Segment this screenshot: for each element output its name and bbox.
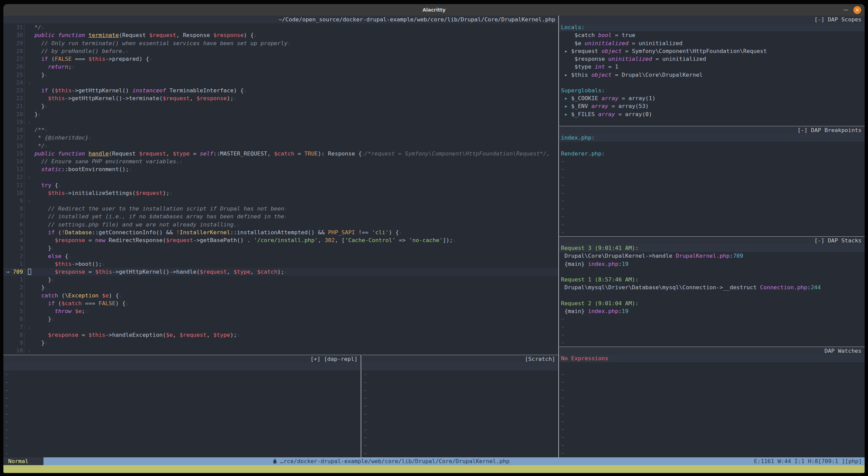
code-line[interactable]: 5 throw $e;↴ — [3, 307, 558, 315]
buffer-line[interactable]: ▸ $_ENV array = array(53) — [559, 102, 865, 110]
code-line[interactable]: 30 public function terminate(Request $re… — [3, 31, 558, 39]
buffer-line[interactable]: {main} index.php:19 — [559, 260, 865, 268]
code-line[interactable]: 9 }↴ — [3, 339, 558, 347]
eol-marker: ↴ — [44, 128, 47, 133]
buffer-line[interactable]: ▸ $_COOKIE array = array(1) — [559, 94, 865, 102]
buffer-line[interactable]: $type int = 1 — [559, 63, 865, 71]
dap-scopes-buffer[interactable]: Locals: $catch bool = true $e uninitiali… — [559, 23, 865, 126]
code-text: }↴ — [24, 245, 54, 251]
code-line[interactable]: 3 catch (\Exception $e) {↴ — [3, 292, 558, 299]
line-number: 3 — [13, 292, 23, 299]
code-line[interactable]: 4 $response = new RedirectResponse($requ… — [3, 236, 558, 244]
code-line[interactable]: 10↴ — [3, 347, 558, 354]
buffer-line[interactable] — [559, 142, 865, 149]
buffer-line[interactable]: {main} index.php:19 — [559, 307, 865, 315]
code-line[interactable]: 7 // installed yet (i.e., if no $databas… — [3, 213, 558, 220]
code-line[interactable]: 22 $this->getHttpKernel()->terminate($re… — [3, 94, 558, 102]
empty-line-tilde: ~ — [559, 158, 865, 165]
code-line[interactable]: 3 }↴ — [3, 244, 558, 252]
buffer-line[interactable]: Drupal\Core\DrupalKernel->handle DrupalK… — [559, 252, 865, 260]
code-line[interactable]: 5 if (!Database::getConnectionInfo() && … — [3, 228, 558, 236]
buffer-line[interactable] — [559, 268, 865, 276]
vertical-separator-repl-scratch[interactable] — [361, 355, 361, 457]
code-line[interactable]: 26 return;↴ — [3, 63, 558, 71]
buffer-line[interactable]: Request 1 (8:57:46 AM): — [559, 276, 865, 283]
dap-repl-winbar[interactable]: [+] [dap-repl] — [3, 355, 361, 363]
buffer-line[interactable]: Renderer.php: — [559, 150, 865, 158]
code-line[interactable]: 2 }↴ — [3, 283, 558, 291]
empty-line-tilde: ~ — [3, 450, 361, 457]
dap-watches-title: DAP Watches — [825, 348, 862, 354]
code-line[interactable]: 6 // settings.php file) and we are not a… — [3, 221, 558, 228]
close-button[interactable]: ✕ — [853, 6, 861, 14]
dap-watches-buffer[interactable]: No Expressions~~~~~~~~~~~ — [559, 354, 865, 457]
buffer-line[interactable]: No Expressions — [559, 354, 865, 362]
code-line[interactable]: 21 }↴ — [3, 102, 558, 110]
buffer-line[interactable]: Drupal\mysql\Driver\Database\mysql\Conne… — [559, 283, 865, 291]
sign-column — [6, 23, 13, 31]
code-line[interactable]: 24↴ — [3, 79, 558, 87]
code-line[interactable]: 25 }↴ — [3, 71, 558, 79]
empty-line-tilde: ~ — [559, 370, 865, 378]
buffer-line[interactable]: $e uninitialized = uninitialized — [559, 39, 865, 47]
empty-line-tilde: ~ — [559, 378, 865, 386]
code-line[interactable]: 29 // Only run terminate() when essentia… — [3, 39, 558, 47]
scratch-winbar[interactable]: [Scratch] — [362, 355, 558, 363]
dap-stacks-winbar[interactable]: [-] DAP Stacks — [559, 236, 865, 244]
buffer-line[interactable]: Request 2 (9:01:04 AM): — [559, 299, 865, 307]
code-line[interactable]: 11 try {↴ — [3, 181, 558, 189]
buffer-line[interactable]: ▸ $_FILES array = array(0) — [559, 110, 865, 118]
code-line[interactable]: 15 public function handle(Request $reque… — [3, 150, 558, 158]
code-line[interactable]: 8 $response = $this->handleException($e,… — [3, 331, 558, 339]
dap-stacks-title: [-] DAP Stacks — [814, 237, 862, 244]
dap-scopes-winbar[interactable]: [-] DAP Scopes — [559, 16, 865, 23]
code-line[interactable]: 12↴ — [3, 173, 558, 181]
buffer-line[interactable]: $response uninitialized = uninitialized — [559, 55, 865, 63]
code-line[interactable]: 8 // Redirect the user to the installati… — [3, 205, 558, 213]
buffer-line[interactable]: index.php: — [559, 134, 865, 142]
scratch-buffer[interactable]: ~~~~~~~~~~~ — [362, 363, 558, 457]
code-line[interactable]: 1 $this->boot();↴ — [3, 260, 558, 268]
code-line[interactable]: 23 if ($this->getHttpKernel() instanceof… — [3, 87, 558, 94]
dap-watches-winbar[interactable]: DAP Watches — [559, 347, 865, 354]
line-number: 22 — [13, 94, 23, 102]
minimize-button[interactable]: — — [844, 4, 848, 16]
dap-repl-buffer[interactable]: ~~~~~~~~~~~ — [3, 363, 361, 457]
code-line[interactable]: 2 else {↴ — [3, 252, 558, 260]
code-line[interactable]: 27 if (FALSE === $this->prepared) {↴ — [3, 55, 558, 63]
dap-breakpoints-winbar[interactable]: [-] DAP Breakpoints — [559, 126, 865, 134]
code-line[interactable]: 28 // by preHandle() before.↴ — [3, 47, 558, 55]
code-line[interactable]: 31 */↴ — [3, 23, 558, 31]
code-line[interactable]: 20 }↴ — [3, 110, 558, 118]
code-line[interactable]: 7↴ — [3, 323, 558, 331]
buffer-line[interactable] — [559, 292, 865, 299]
buffer-line[interactable]: ▸ $this object = Drupal\Core\DrupalKerne… — [559, 71, 865, 79]
code-line[interactable]: 10 $this->initializeSettings($request);↴ — [3, 189, 558, 197]
code-line[interactable]: 19↴ — [3, 118, 558, 126]
buffer-line[interactable] — [362, 363, 558, 370]
code-line[interactable]: 18 /**↴ — [3, 126, 558, 134]
buffer-line[interactable]: ▸ $request object = Symfony\Component\Ht… — [559, 47, 865, 55]
code-line[interactable]: 6 }↴ — [3, 315, 558, 323]
code-buffer[interactable]: 31 */↴ 30 public function terminate(Requ… — [3, 23, 558, 354]
code-line[interactable]: 13 static::bootEnvironment();↴ — [3, 165, 558, 173]
buffer-line[interactable] — [3, 363, 361, 370]
code-line[interactable]: 16 */↴ — [3, 142, 558, 150]
code-line[interactable]: 14 // Ensure sane PHP environment variab… — [3, 158, 558, 165]
vertical-separator-main[interactable] — [558, 16, 559, 457]
dap-stacks-buffer[interactable]: Request 3 (9:01:41 AM): Drupal\Core\Drup… — [559, 244, 865, 347]
current-code-line[interactable]: →709 $response = $this->getHttpKernel()-… — [3, 268, 558, 276]
buffer-line[interactable] — [559, 362, 865, 370]
buffer-line[interactable]: Superglobals: — [559, 87, 865, 94]
code-line[interactable]: 4 if ($catch === FALSE) {↴ — [3, 299, 558, 307]
buffer-line[interactable] — [559, 118, 865, 126]
titlebar[interactable]: Alacritty — ✕ — [3, 4, 865, 16]
buffer-line[interactable]: $catch bool = true — [559, 31, 865, 39]
code-line[interactable]: 17 * {@inheritdoc}↴ — [3, 134, 558, 142]
buffer-line[interactable]: Request 3 (9:01:41 AM): — [559, 244, 865, 252]
dap-breakpoints-buffer[interactable]: index.php:Renderer.php:~~~~~~~~~~ — [559, 134, 865, 236]
code-line[interactable]: 9↴ — [3, 197, 558, 205]
buffer-line[interactable]: Locals: — [559, 23, 865, 31]
code-line[interactable]: 1 }↴ — [3, 276, 558, 283]
buffer-line[interactable] — [559, 79, 865, 87]
